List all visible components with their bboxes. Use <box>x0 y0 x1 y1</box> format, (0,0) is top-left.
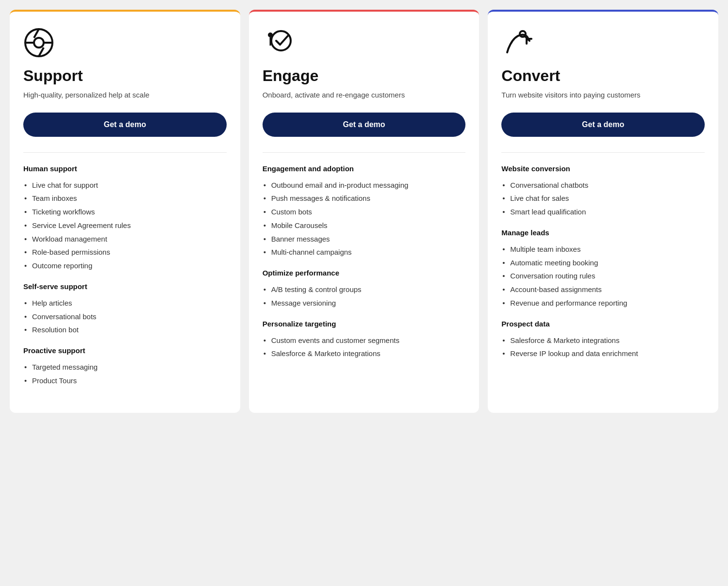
list-item: Revenue and performance reporting <box>501 296 705 310</box>
list-item: Custom events and customer segments <box>263 334 466 347</box>
convert-section-heading-2: Prospect data <box>501 320 705 328</box>
convert-section-heading-0: Website conversion <box>501 164 705 173</box>
convert-icon <box>501 27 532 58</box>
convert-feature-list-2: Salesforce & Marketo integrationsReverse… <box>501 334 705 361</box>
list-item: Mobile Carousels <box>263 219 466 232</box>
list-item: Multiple team inboxes <box>501 243 705 256</box>
support-title: Support <box>23 67 227 85</box>
support-subtitle: High-quality, personalized help at scale <box>23 90 227 101</box>
support-section-heading-0: Human support <box>23 164 227 173</box>
engage-section-heading-0: Engagement and adoption <box>263 164 466 173</box>
list-item: Push messages & notifications <box>263 192 466 205</box>
list-item: Targeted messaging <box>23 360 227 374</box>
list-item: Team inboxes <box>23 192 227 205</box>
list-item: Message versioning <box>263 296 466 310</box>
list-item: Custom bots <box>263 205 466 219</box>
support-icon <box>23 27 54 58</box>
svg-point-6 <box>271 31 291 50</box>
card-support: SupportHigh-quality, personalized help a… <box>10 10 240 413</box>
list-item: Workload management <box>23 232 227 246</box>
card-engage: EngageOnboard, activate and re-engage cu… <box>249 10 480 413</box>
list-item: Outbound email and in-product messaging <box>263 179 466 192</box>
convert-divider <box>501 152 705 153</box>
list-item: Salesforce & Marketo integrations <box>263 347 466 360</box>
list-item: Resolution bot <box>23 323 227 337</box>
engage-subtitle: Onboard, activate and re-engage customer… <box>263 90 466 101</box>
list-item: Live chat for sales <box>501 192 705 205</box>
svg-point-1 <box>34 38 44 48</box>
list-item: Reverse IP lookup and data enrichment <box>501 347 705 360</box>
engage-feature-list-1: A/B testing & control groupsMessage vers… <box>263 283 466 310</box>
svg-point-7 <box>268 33 273 37</box>
list-item: Ticketing workflows <box>23 205 227 219</box>
list-item: Conversation routing rules <box>501 269 705 283</box>
list-item: Banner messages <box>263 232 466 246</box>
list-item: Product Tours <box>23 374 227 388</box>
engage-title: Engage <box>263 67 466 85</box>
list-item: Automatic meeting booking <box>501 256 705 270</box>
support-feature-list-1: Help articlesConversational botsResoluti… <box>23 296 227 337</box>
support-section-heading-2: Proactive support <box>23 346 227 355</box>
convert-subtitle: Turn website visitors into paying custom… <box>501 90 705 101</box>
support-demo-button[interactable]: Get a demo <box>23 113 227 137</box>
convert-feature-list-0: Conversational chatbotsLive chat for sal… <box>501 179 705 219</box>
support-feature-list-0: Live chat for supportTeam inboxesTicketi… <box>23 179 227 273</box>
engage-feature-list-0: Outbound email and in-product messagingP… <box>263 179 466 260</box>
support-section-heading-1: Self-serve support <box>23 282 227 291</box>
cards-container: SupportHigh-quality, personalized help a… <box>10 10 718 413</box>
list-item: Help articles <box>23 296 227 310</box>
convert-demo-button[interactable]: Get a demo <box>501 113 705 137</box>
list-item: Salesforce & Marketo integrations <box>501 334 705 347</box>
list-item: Conversational chatbots <box>501 179 705 192</box>
convert-feature-list-1: Multiple team inboxesAutomatic meeting b… <box>501 243 705 310</box>
engage-divider <box>263 152 466 153</box>
list-item: Role-based permissions <box>23 245 227 259</box>
list-item: Service Level Agreement rules <box>23 219 227 232</box>
list-item: A/B testing & control groups <box>263 283 466 296</box>
list-item: Live chat for support <box>23 179 227 192</box>
convert-title: Convert <box>501 67 705 85</box>
support-feature-list-2: Targeted messagingProduct Tours <box>23 360 227 388</box>
engage-icon <box>263 27 294 58</box>
list-item: Account-based assignments <box>501 283 705 296</box>
convert-section-heading-1: Manage leads <box>501 228 705 237</box>
engage-feature-list-2: Custom events and customer segmentsSales… <box>263 334 466 361</box>
engage-demo-button[interactable]: Get a demo <box>263 113 466 137</box>
list-item: Smart lead qualification <box>501 205 705 219</box>
engage-section-heading-2: Personalize targeting <box>263 320 466 328</box>
list-item: Conversational bots <box>23 310 227 324</box>
list-item: Multi-channel campaigns <box>263 245 466 259</box>
list-item: Outcome reporting <box>23 259 227 273</box>
engage-section-heading-1: Optimize performance <box>263 269 466 277</box>
card-convert: ConvertTurn website visitors into paying… <box>488 10 718 413</box>
support-divider <box>23 152 227 153</box>
